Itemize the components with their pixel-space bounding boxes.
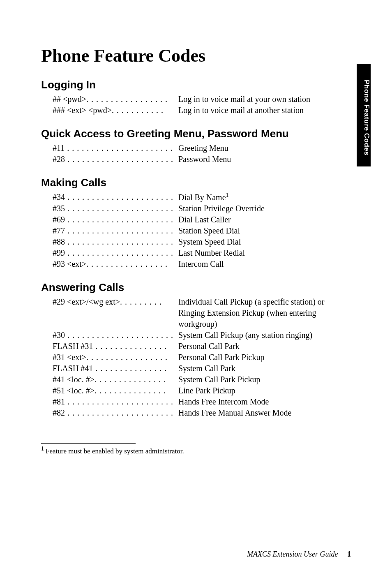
page: Phone Feature Codes Phone Feature Codes … [0,0,392,580]
entry-code: #81 [53,397,65,406]
entry-row: #93 <ext>. . . . . . . . . . . . . . . .… [53,259,265,270]
entry-desc: Personal Call Park Pickup [178,353,264,362]
entry-row: #41 <loc. #>. . . . . . . . . . . . . . … [53,374,351,385]
entry-row: #31 <ext>. . . . . . . . . . . . . . . .… [53,352,351,363]
entry-row: #30 . . . . . . . . . . . . . . . . . . … [53,330,351,341]
entry-dots: . . . . . . . . . . . . . . . . . . . . … [65,215,173,224]
entry-code: #31 <ext> [53,353,86,362]
entry-row: FLASH #41 . . . . . . . . . . . . . . . … [53,363,351,374]
entry-dots: . . . . . . . . . . . . . . . . . . . . … [65,397,173,406]
entry-desc: Hands Free Manual Answer Mode [178,408,292,417]
entry-dots: . . . . . . . . . . . . . . . . . . . . … [65,204,173,213]
entry-code: #30 [53,330,65,340]
entry-row: #99 . . . . . . . . . . . . . . . . . . … [53,247,265,259]
footnote-marker: 1 [41,446,44,452]
entry-code: #93 <ext> [53,259,86,268]
entry-dots: . . . . . . . . . . . . . . . . . . . . … [65,248,173,257]
entry-code: ## <pwd> [53,95,86,104]
page-footer: MAXCS Extension User Guide 1 [247,550,351,559]
entry-code: #41 <loc. #> [53,375,95,384]
entry-desc: Greeting Menu [178,143,228,153]
entry-row: ### <ext> <pwd>. . . . . . . . . . . Log… [53,105,310,116]
entry-dots: . . . . . . . . . . . . . . . [93,364,167,373]
entry-dots: . . . . . . . . . . . . . . . . . . . . … [65,143,173,153]
entry-dots: . . . . . . . . . . . . . . . . . . . . … [65,226,173,235]
entry-code: #77 [53,226,65,235]
side-tab: Phone Feature Codes [357,64,371,166]
entry-row: #34 . . . . . . . . . . . . . . . . . . … [53,192,265,203]
page-title: Phone Feature Codes [41,45,351,66]
entry-desc: Password Menu [178,155,231,164]
entry-dots: . . . . . . . . . . . . . . . . . . . . … [65,237,173,246]
footnote-ref: 1 [226,192,229,198]
footnote-rule [41,443,136,444]
entry-row: #88 . . . . . . . . . . . . . . . . . . … [53,236,265,247]
entry-desc: Hands Free Intercom Mode [178,397,269,406]
entry-desc: System Speed Dial [178,237,241,246]
entry-dots: . . . . . . . . . . . . . . . . . . . . … [65,155,173,164]
entries-making-calls: #34 . . . . . . . . . . . . . . . . . . … [53,192,265,270]
entry-code: FLASH #31 [53,342,93,351]
entry-row: #69 . . . . . . . . . . . . . . . . . . … [53,214,265,225]
entry-desc: Last Number Redial [178,248,245,257]
section-heading-logging-in: Logging In [41,79,351,91]
entry-desc: Line Park Pickup [178,386,235,395]
entry-dots: . . . . . . . . . . . . . . . . . . . . … [65,192,173,201]
entry-row: ## <pwd>. . . . . . . . . . . . . . . . … [53,94,310,105]
entry-dots: . . . . . . . . . . . . . . . . . [86,259,168,268]
entry-row: #82 . . . . . . . . . . . . . . . . . . … [53,407,351,418]
footer-page-number: 1 [347,550,351,558]
entry-dots: . . . . . . . . . . . . . . . . . [86,353,168,362]
entry-code: #29 <ext>/<wg ext> [53,297,120,306]
footnote: 1 Feature must be enabled by system admi… [41,445,351,456]
entry-dots: . . . . . . . . . . . . . . . [95,375,166,384]
entry-dots: . . . . . . . . . . . . . . . [93,342,167,351]
entry-row: #29 <ext>/<wg ext>. . . . . . . . . Indi… [53,296,351,330]
entry-dots: . . . . . . . . . . . [112,106,164,115]
entry-code: #28 [53,155,65,164]
footnote-text: Feature must be enabled by system admini… [46,447,184,455]
entry-row: #81 . . . . . . . . . . . . . . . . . . … [53,396,351,407]
entry-row: #28 . . . . . . . . . . . . . . . . . . … [53,154,231,165]
entry-code: ### <ext> <pwd> [53,106,112,115]
entry-desc: Station Speed Dial [178,226,240,235]
entries-quick-access: #11 . . . . . . . . . . . . . . . . . . … [53,143,231,165]
entry-dots: . . . . . . . . . . . . . . . . . [86,95,168,104]
entry-desc: Log in to voice mail at your own station [178,95,310,104]
entry-row: #11 . . . . . . . . . . . . . . . . . . … [53,143,231,154]
entry-desc: Dial By Name [178,193,226,202]
entry-code: #34 [53,192,65,201]
entry-desc: System Call Pickup (any station ringing) [178,330,312,340]
entry-desc: Personal Call Park [178,342,240,351]
entry-desc: System Call Park [178,364,235,373]
entry-dots: . . . . . . . . . . . . . . . . . . . . … [65,330,173,340]
entry-code: FLASH #41 [53,364,93,373]
section-heading-making-calls: Making Calls [41,176,351,189]
entry-code: #88 [53,237,65,246]
entry-desc: System Call Park Pickup [178,375,260,384]
entry-code: #35 [53,204,65,213]
entry-code: #51 <loc. #> [53,386,95,395]
entry-dots: . . . . . . . . . . . . . . . [95,386,166,395]
entry-row: #35 . . . . . . . . . . . . . . . . . . … [53,203,265,214]
entry-desc: Individual Call Pickup (a specific stati… [178,297,324,328]
section-heading-quick-access: Quick Access to Greeting Menu, Password … [41,127,351,140]
entry-desc: Dial Last Caller [178,215,231,224]
entry-desc: Intercom Call [178,259,224,268]
entry-desc: Log in to voice mail at another station [178,106,304,115]
entry-row: #77 . . . . . . . . . . . . . . . . . . … [53,225,265,236]
entry-dots: . . . . . . . . . [120,297,162,306]
entry-row: #51 <loc. #>. . . . . . . . . . . . . . … [53,385,351,396]
footer-book-title: MAXCS Extension User Guide [247,550,338,558]
entry-desc: Station Privilege Override [178,204,265,213]
entry-dots: . . . . . . . . . . . . . . . . . . . . … [65,408,173,417]
entries-logging-in: ## <pwd>. . . . . . . . . . . . . . . . … [53,94,310,116]
entry-code: #11 [53,143,65,153]
entry-code: #99 [53,248,65,257]
section-heading-answering-calls: Answering Calls [41,281,351,294]
entry-code: #82 [53,408,65,417]
entry-row: FLASH #31 . . . . . . . . . . . . . . . … [53,341,351,352]
entry-code: #69 [53,215,65,224]
entries-answering-calls: #29 <ext>/<wg ext>. . . . . . . . . Indi… [53,296,351,418]
